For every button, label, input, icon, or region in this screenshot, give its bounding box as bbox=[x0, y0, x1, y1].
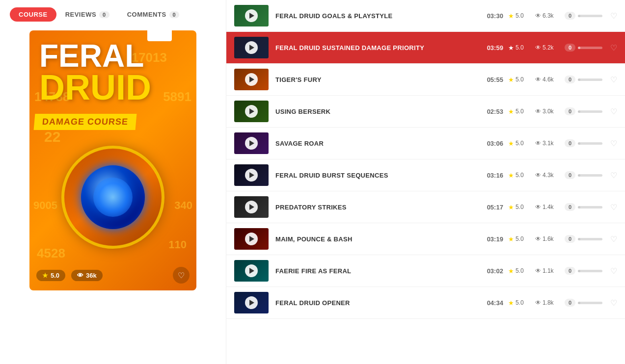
video-item[interactable]: FERAL DRUID BURST SEQUENCES 03:16 ★ 5.0 … bbox=[226, 159, 625, 191]
course-card: 17013 14788 5891 22 9005 340 110 4528 FE… bbox=[29, 30, 196, 290]
favorite-icon[interactable]: ♡ bbox=[610, 107, 617, 116]
tab-comments-badge: 0 bbox=[169, 11, 180, 18]
star-icon: ★ bbox=[42, 272, 48, 279]
video-item[interactable]: PREDATORY STRIKES 05:17 ★ 5.0 👁 1.4k 0 bbox=[226, 191, 625, 223]
card-paper-tab bbox=[147, 30, 172, 41]
star-icon: ★ bbox=[508, 299, 514, 307]
tab-comments[interactable]: COMMENTS 0 bbox=[118, 7, 188, 22]
video-meta: 05:17 ★ 5.0 👁 1.4k 0 ♡ bbox=[470, 203, 617, 212]
eye-icon: 👁 bbox=[535, 44, 541, 51]
video-meta: 03:02 ★ 5.0 👁 1.1k 0 ♡ bbox=[470, 266, 617, 276]
vote-bar-container: 0 bbox=[565, 235, 602, 243]
card-favorite-button[interactable]: ♡ bbox=[173, 267, 190, 284]
rating-value: 5.0 bbox=[516, 12, 524, 19]
favorite-icon[interactable]: ♡ bbox=[610, 75, 617, 84]
views-value: 1.4k bbox=[543, 204, 554, 210]
video-item[interactable]: TIGER'S FURY 05:55 ★ 5.0 👁 4.6k 0 ♡ bbox=[226, 64, 625, 96]
left-panel: COURSE REVIEWS 0 COMMENTS 0 17013 14788 … bbox=[0, 0, 226, 364]
vote-bar-container: 0 bbox=[565, 267, 602, 275]
video-rating: ★ 5.0 bbox=[508, 108, 530, 115]
vote-bar bbox=[578, 206, 602, 208]
star-icon: ★ bbox=[508, 76, 514, 83]
rating-value: 5.0 bbox=[516, 235, 524, 242]
card-footer: ★ 5.0 👁 36k ♡ bbox=[36, 267, 190, 284]
bg-number-6: 340 bbox=[174, 199, 192, 212]
video-title: FERAL DRUID GOALS & PLAYSTYLE bbox=[275, 12, 470, 20]
vote-bar bbox=[578, 47, 602, 49]
vote-fill bbox=[578, 270, 580, 272]
tab-course[interactable]: COURSE bbox=[10, 7, 56, 22]
play-triangle bbox=[249, 172, 254, 178]
bg-number-8: 4528 bbox=[37, 246, 65, 261]
video-item[interactable]: SAVAGE ROAR 03:06 ★ 5.0 👁 3.1k 0 ♡ bbox=[226, 128, 625, 159]
video-duration: 05:55 bbox=[486, 76, 503, 83]
vote-count: 0 bbox=[565, 171, 575, 179]
vote-bar bbox=[578, 15, 602, 17]
tab-reviews[interactable]: REVIEWS 0 bbox=[56, 7, 118, 22]
favorite-icon[interactable]: ♡ bbox=[610, 266, 617, 276]
favorite-icon[interactable]: ♡ bbox=[610, 203, 617, 212]
video-title: USING BERSERK bbox=[275, 108, 470, 115]
views-value: 1.6k bbox=[543, 235, 554, 242]
play-triangle bbox=[249, 268, 254, 274]
bg-number-4: 22 bbox=[44, 129, 60, 145]
tab-reviews-badge: 0 bbox=[99, 11, 109, 18]
video-thumbnail bbox=[234, 228, 269, 250]
favorite-icon[interactable]: ♡ bbox=[610, 234, 617, 244]
star-icon: ★ bbox=[508, 44, 514, 52]
vote-bar-container: 0 bbox=[565, 76, 602, 83]
video-title: FAERIE FIRE AS FERAL bbox=[275, 267, 470, 275]
favorite-icon[interactable]: ♡ bbox=[610, 11, 617, 21]
video-item[interactable]: FERAL DRUID GOALS & PLAYSTYLE 03:30 ★ 5.… bbox=[226, 0, 625, 32]
card-rating-pill: ★ 5.0 bbox=[36, 270, 65, 281]
rating-value: 5.0 bbox=[516, 299, 524, 306]
eye-icon: 👁 bbox=[535, 299, 541, 306]
video-meta: 03:30 ★ 5.0 👁 6.3k 0 ♡ bbox=[470, 11, 617, 21]
play-triangle bbox=[249, 13, 254, 19]
vote-bar bbox=[578, 270, 602, 272]
views-value: 3.1k bbox=[543, 140, 554, 147]
video-item[interactable]: FERAL DRUID SUSTAINED DAMAGE PRIORITY 03… bbox=[226, 32, 625, 64]
video-item[interactable]: MAIM, POUNCE & BASH 03:19 ★ 5.0 👁 1.6k 0 bbox=[226, 223, 625, 255]
video-rating: ★ 5.0 bbox=[508, 172, 530, 179]
vote-fill bbox=[578, 110, 580, 113]
vote-fill bbox=[578, 47, 580, 49]
video-item[interactable]: FAERIE FIRE AS FERAL 03:02 ★ 5.0 👁 1.1k … bbox=[226, 255, 625, 287]
video-duration: 03:59 bbox=[486, 44, 503, 52]
rating-value: 5.0 bbox=[516, 267, 524, 274]
video-thumbnail bbox=[234, 164, 269, 186]
video-meta: 05:55 ★ 5.0 👁 4.6k 0 ♡ bbox=[470, 75, 617, 84]
tab-bar: COURSE REVIEWS 0 COMMENTS 0 bbox=[10, 7, 188, 22]
views-value: 4.6k bbox=[543, 76, 554, 83]
star-icon: ★ bbox=[508, 267, 514, 275]
video-title: FERAL DRUID OPENER bbox=[275, 299, 470, 307]
play-button-icon bbox=[245, 169, 258, 182]
bg-number-5: 9005 bbox=[33, 199, 57, 212]
views-value: 3.0k bbox=[543, 108, 554, 115]
vote-fill bbox=[578, 206, 580, 208]
video-duration: 04:34 bbox=[486, 299, 503, 307]
video-item[interactable]: USING BERSERK 02:53 ★ 5.0 👁 3.0k 0 ♡ bbox=[226, 96, 625, 128]
favorite-icon[interactable]: ♡ bbox=[610, 43, 617, 52]
video-title: FERAL DRUID BURST SEQUENCES bbox=[275, 172, 470, 179]
star-icon: ★ bbox=[508, 108, 514, 115]
video-views: 👁 5.2k bbox=[535, 44, 560, 51]
favorite-icon[interactable]: ♡ bbox=[610, 171, 617, 180]
play-button-icon bbox=[245, 73, 258, 86]
vote-fill bbox=[578, 15, 580, 17]
video-thumbnail bbox=[234, 37, 269, 58]
play-triangle bbox=[249, 236, 254, 242]
video-thumbnail bbox=[234, 132, 269, 154]
video-duration: 02:53 bbox=[486, 108, 503, 115]
star-icon: ★ bbox=[508, 140, 514, 147]
favorite-icon[interactable]: ♡ bbox=[610, 298, 617, 308]
video-meta: 02:53 ★ 5.0 👁 3.0k 0 ♡ bbox=[470, 107, 617, 116]
video-list: FERAL DRUID GOALS & PLAYSTYLE 03:30 ★ 5.… bbox=[226, 0, 625, 364]
video-meta: 04:34 ★ 5.0 👁 1.8k 0 ♡ bbox=[470, 298, 617, 308]
views-value: 5.2k bbox=[543, 44, 554, 51]
rating-value: 5.0 bbox=[516, 108, 524, 115]
card-views-pill: 👁 36k bbox=[71, 270, 103, 281]
video-meta: 03:59 ★ 5.0 👁 5.2k 0 ♡ bbox=[470, 43, 617, 52]
video-item[interactable]: FERAL DRUID OPENER 04:34 ★ 5.0 👁 1.8k 0 bbox=[226, 287, 625, 319]
favorite-icon[interactable]: ♡ bbox=[610, 139, 617, 148]
